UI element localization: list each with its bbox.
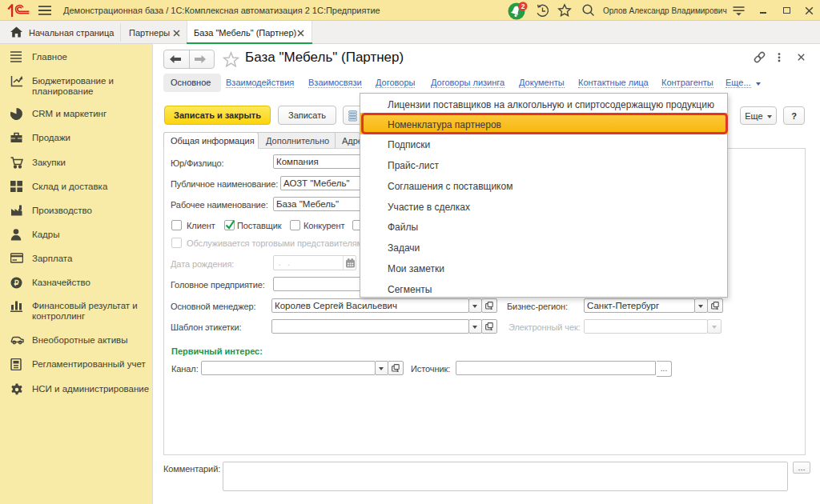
svg-text:2: 2: [521, 2, 525, 10]
svg-text:₽: ₽: [14, 278, 18, 287]
